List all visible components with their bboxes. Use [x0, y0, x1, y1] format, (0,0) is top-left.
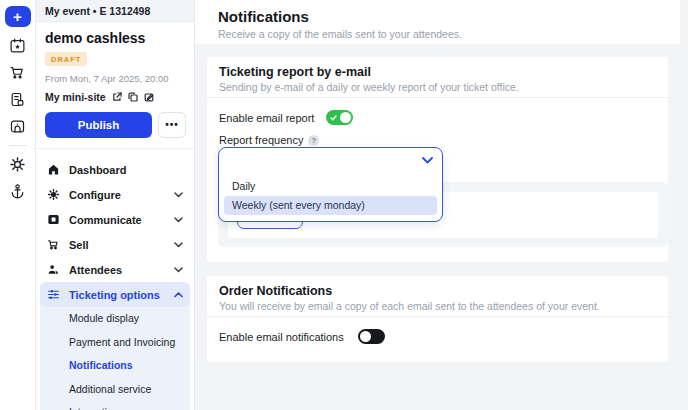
enable-email-report-row: Enable email report: [219, 110, 353, 125]
home-icon: [47, 163, 60, 176]
cart-icon[interactable]: [9, 64, 26, 81]
order-notifications-card: Order Notifications You will receive by …: [207, 276, 668, 362]
card-head: Ticketing report by e-mail Sending by e-…: [207, 57, 668, 98]
card-title: Ticketing report by e-mail: [219, 65, 656, 79]
people-icon: [47, 263, 60, 276]
main-content: Notifications Receive a copy of the emai…: [195, 0, 688, 410]
sidebar-item-dashboard[interactable]: Dashboard: [40, 157, 190, 182]
report-frequency-select: Daily Weekly (sent every monday): [218, 147, 443, 222]
sidebar: My event • E 1312498 demo cashless DRAFT…: [36, 0, 195, 410]
calendar-event-icon[interactable]: [9, 37, 26, 54]
status-badge: DRAFT: [45, 52, 87, 66]
help-icon[interactable]: ?: [308, 135, 319, 146]
chat-square-icon: [47, 213, 60, 226]
card-title: Order Notifications: [219, 284, 656, 298]
sidebar-item-configure[interactable]: Configure: [40, 182, 190, 207]
event-breadcrumb: My event • E 1312498: [36, 0, 194, 22]
event-summary: demo cashless DRAFT From Mon, 7 Apr 2025…: [36, 22, 194, 149]
report-frequency-label: Report frequency: [219, 134, 303, 146]
page-subtitle: Receive a copy of the emails sent to you…: [218, 28, 680, 40]
chevron-down-icon: [422, 157, 433, 164]
sidebar-item-attendees[interactable]: Attendees: [40, 257, 190, 282]
app-window: +: [0, 0, 688, 410]
card-head: Order Notifications You will receive by …: [207, 276, 668, 317]
sidebar-item-communicate[interactable]: Communicate: [40, 207, 190, 232]
sidebar-item-payment-invoicing[interactable]: Payment and Invoicing: [40, 331, 190, 355]
nav-label: Attendees: [69, 264, 122, 276]
cart-icon: [47, 238, 60, 251]
toggle-knob: [360, 331, 371, 342]
sidebar-item-additional-service[interactable]: Additional service: [40, 378, 190, 402]
page-title: Notifications: [218, 8, 680, 25]
enable-email-notifications-toggle[interactable]: [358, 329, 385, 344]
event-date: From Mon, 7 Apr 2025, 20:00: [45, 73, 186, 84]
nav-label: Dashboard: [69, 164, 126, 176]
edit-icon[interactable]: [144, 92, 154, 102]
minisite-label: My mini-site: [45, 91, 106, 103]
page-header: Notifications Receive a copy of the emai…: [195, 0, 680, 44]
enable-email-report-label: Enable email report: [219, 112, 314, 124]
chevron-down-icon: [174, 267, 183, 273]
enable-email-notifications-label: Enable email notifications: [219, 331, 344, 343]
add-button[interactable]: +: [5, 6, 31, 27]
icon-rail: +: [0, 0, 36, 410]
copy-icon[interactable]: [128, 92, 138, 102]
sidebar-item-notifications[interactable]: Notifications: [40, 354, 190, 378]
enable-email-notifications-row: Enable email notifications: [219, 329, 385, 344]
event-name: demo cashless: [45, 30, 186, 46]
nav-label: Configure: [69, 189, 121, 201]
ticketing-report-card: Ticketing report by e-mail Sending by e-…: [207, 57, 668, 262]
enable-email-report-toggle[interactable]: [326, 110, 353, 125]
nav-label: Communicate: [69, 214, 142, 226]
sidebar-item-sell[interactable]: Sell: [40, 232, 190, 257]
toggle-knob: [340, 112, 351, 123]
check-icon: [330, 115, 337, 121]
sidebar-nav: Dashboard Configure Communicate: [36, 149, 194, 410]
card-description: Sending by e-mail of a daily or weekly r…: [219, 81, 656, 93]
support-anchor-icon[interactable]: [9, 183, 26, 200]
publish-button[interactable]: Publish: [45, 112, 152, 138]
ticketing-options-group: Ticketing options Module display Payment…: [40, 282, 190, 410]
gear-icon: [47, 188, 60, 201]
minisite-row: My mini-site: [45, 91, 186, 103]
orders-icon[interactable]: [9, 91, 26, 108]
option-daily[interactable]: Daily: [224, 177, 437, 196]
venue-icon[interactable]: [9, 118, 26, 135]
sidebar-item-integrations[interactable]: Integrations: [40, 401, 190, 410]
external-link-icon[interactable]: [112, 92, 122, 102]
chevron-down-icon: [174, 217, 183, 223]
chevron-up-icon: [174, 292, 183, 298]
nav-label: Sell: [69, 239, 89, 251]
event-actions: Publish •••: [45, 112, 186, 138]
select-value[interactable]: [219, 148, 442, 173]
nav-label: Ticketing options: [69, 289, 160, 301]
sidebar-item-ticketing-options[interactable]: Ticketing options: [40, 282, 190, 307]
sidebar-item-module-display[interactable]: Module display: [40, 307, 190, 331]
option-weekly[interactable]: Weekly (sent every monday): [224, 196, 437, 215]
report-frequency-row: Report frequency ?: [219, 134, 319, 146]
frequency-options-list: Daily Weekly (sent every monday): [219, 173, 442, 215]
sliders-icon: [47, 288, 60, 301]
chevron-down-icon: [174, 192, 183, 198]
rail-divider: [9, 145, 27, 146]
chevron-down-icon: [174, 242, 183, 248]
more-actions-button[interactable]: •••: [158, 112, 186, 138]
settings-gear-icon[interactable]: [9, 156, 26, 173]
card-description: You will receive by email a copy of each…: [219, 300, 656, 312]
